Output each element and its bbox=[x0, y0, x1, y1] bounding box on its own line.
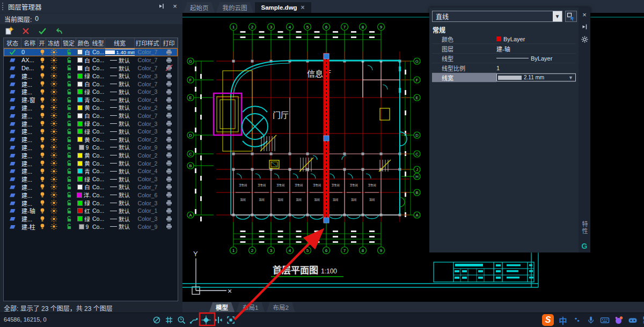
layer-plot-icon[interactable] bbox=[160, 159, 178, 167]
layer-lineweight[interactable]: 默认 bbox=[105, 151, 135, 159]
layer-lock-icon[interactable] bbox=[62, 167, 76, 175]
property-value[interactable]: ByLayer bbox=[496, 36, 576, 42]
layer-lock-icon[interactable] bbox=[62, 56, 76, 64]
microphone-icon[interactable] bbox=[586, 315, 596, 325]
layer-plot-icon[interactable] bbox=[160, 72, 178, 80]
layer-lock-icon[interactable] bbox=[62, 151, 76, 159]
layer-color[interactable]: 白 bbox=[76, 183, 91, 191]
layout-tab-布局1[interactable]: 布局1 bbox=[236, 302, 265, 312]
layer-lock-icon[interactable] bbox=[62, 199, 76, 207]
undo-icon[interactable] bbox=[54, 26, 64, 36]
layer-linetype[interactable]: Co... bbox=[91, 199, 105, 207]
layer-lineweight[interactable]: 默认 bbox=[105, 207, 135, 215]
layer-lineweight[interactable]: 默认 bbox=[105, 191, 135, 199]
layer-linetype[interactable]: Co... bbox=[91, 56, 105, 64]
layer-freeze-icon[interactable] bbox=[46, 88, 62, 96]
layer-row[interactable]: 建... 黄 Co... 默认 Color_2 bbox=[4, 136, 178, 144]
chevron-down-icon[interactable]: ▼ bbox=[553, 11, 562, 21]
layer-lineweight[interactable]: 默认 bbox=[105, 128, 135, 136]
layer-on-icon[interactable] bbox=[38, 223, 46, 231]
panel-grip-handle[interactable] bbox=[2, 3, 5, 10]
lineweight-toggle-icon[interactable] bbox=[214, 315, 223, 325]
layer-row[interactable]: 建... 青 Co... 默认 Color_4 bbox=[4, 167, 178, 175]
layer-on-icon[interactable] bbox=[38, 112, 46, 120]
column-header[interactable]: 锁定 bbox=[62, 38, 76, 48]
properties-side-tab[interactable]: 特性 bbox=[580, 221, 589, 235]
layer-freeze-icon[interactable] bbox=[46, 191, 62, 199]
layout-tab-模型[interactable]: 模型 bbox=[209, 302, 235, 312]
layer-freeze-icon[interactable] bbox=[46, 167, 62, 175]
layer-color[interactable]: 白 bbox=[76, 80, 91, 88]
layer-freeze-icon[interactable] bbox=[46, 96, 62, 104]
layer-plot-icon[interactable] bbox=[160, 191, 178, 199]
layer-lineweight[interactable]: 默认 bbox=[105, 104, 135, 112]
column-header[interactable]: 线宽 bbox=[105, 38, 135, 48]
layer-lock-icon[interactable] bbox=[62, 120, 76, 128]
layer-plot-icon[interactable] bbox=[160, 223, 178, 231]
property-value[interactable]: 2.11 mm▼ bbox=[496, 73, 576, 81]
grid-toggle-icon[interactable] bbox=[164, 315, 174, 325]
layer-lineweight[interactable]: 默认 bbox=[105, 223, 135, 231]
layer-row[interactable]: 建... 黄 Co... 默认 Color_2 bbox=[4, 159, 178, 167]
layer-row[interactable]: 建... 白 Co... 默认 Color_7 bbox=[4, 183, 178, 191]
column-header[interactable]: 打印样式 bbox=[135, 38, 160, 48]
layer-lock-icon[interactable] bbox=[62, 112, 76, 120]
layer-color[interactable]: 白 bbox=[76, 112, 91, 120]
layer-linetype[interactable]: Co... bbox=[91, 88, 105, 96]
layer-linetype[interactable]: Co... bbox=[91, 183, 105, 191]
layer-plot-icon[interactable] bbox=[160, 151, 178, 159]
layer-color[interactable]: 绿 bbox=[76, 175, 91, 183]
layer-plot-icon[interactable] bbox=[160, 64, 178, 72]
layer-linetype[interactable]: Co... bbox=[91, 223, 105, 231]
grip-handle-bottom[interactable] bbox=[324, 218, 329, 223]
layer-color[interactable]: 绿 bbox=[76, 88, 91, 96]
layer-lock-icon[interactable] bbox=[62, 136, 76, 144]
layer-row[interactable]: 建-轴 红 Co... 默认 Color_1 bbox=[4, 207, 178, 215]
layer-color[interactable]: 洋. bbox=[76, 191, 91, 199]
layer-linetype[interactable]: Co... bbox=[91, 215, 105, 223]
layer-row[interactable]: 建... 绿 Co... 默认 Color_3 bbox=[4, 72, 178, 80]
layer-freeze-icon[interactable] bbox=[46, 104, 62, 112]
layer-color[interactable]: 绿 bbox=[76, 128, 91, 136]
layer-linetype[interactable]: Co... bbox=[91, 72, 105, 80]
layer-plot-icon[interactable] bbox=[160, 104, 178, 112]
selection-cycling-toggle-icon[interactable] bbox=[226, 315, 236, 325]
layer-lock-icon[interactable] bbox=[62, 159, 76, 167]
layer-row[interactable]: 建-窗 青 Co... 默认 Color_4 bbox=[4, 96, 178, 104]
layer-on-icon[interactable] bbox=[38, 80, 46, 88]
layer-freeze-icon[interactable] bbox=[46, 175, 62, 183]
osnap-toggle-icon[interactable] bbox=[201, 315, 211, 325]
layer-freeze-icon[interactable] bbox=[46, 159, 62, 167]
layer-freeze-icon[interactable] bbox=[46, 199, 62, 207]
layer-freeze-icon[interactable] bbox=[46, 72, 62, 80]
layer-lineweight[interactable]: 默认 bbox=[105, 64, 135, 72]
refresh-toggle-icon[interactable] bbox=[152, 315, 162, 325]
layer-on-icon[interactable] bbox=[38, 207, 46, 215]
layer-linetype[interactable]: Co... bbox=[91, 80, 105, 88]
layer-row[interactable]: 建... 绿 Co... 默认 Color_3 bbox=[4, 175, 178, 183]
grip-handle-top[interactable] bbox=[324, 54, 329, 59]
layer-color[interactable]: 黄 bbox=[76, 104, 91, 112]
layer-row[interactable]: 建-柱 9 Co... 默认 Color_9 bbox=[4, 223, 178, 231]
layer-lineweight[interactable]: 默认 bbox=[105, 120, 135, 128]
game-icon[interactable] bbox=[628, 315, 638, 325]
layer-on-icon[interactable] bbox=[38, 167, 46, 175]
layer-row[interactable]: 建... 绿 Co... 默认 Color_3 bbox=[4, 199, 178, 207]
keyboard-icon[interactable] bbox=[600, 315, 610, 325]
layer-plot-icon[interactable] bbox=[160, 88, 178, 96]
skin-icon[interactable] bbox=[614, 315, 624, 325]
set-current-layer-icon[interactable] bbox=[38, 26, 47, 36]
column-header[interactable]: 开 bbox=[38, 38, 46, 48]
layer-plot-icon[interactable] bbox=[160, 175, 178, 183]
layer-lock-icon[interactable] bbox=[62, 48, 76, 56]
property-row[interactable]: 线宽 2.11 mm▼ bbox=[432, 73, 576, 83]
layer-row[interactable]: 建... 白 Co... 默认 Color_7 bbox=[4, 112, 178, 120]
layout-tab-布局2[interactable]: 布局2 bbox=[266, 302, 295, 312]
layer-linetype[interactable]: Co... bbox=[91, 64, 105, 72]
layer-plot-icon[interactable] bbox=[160, 167, 178, 175]
layer-on-icon[interactable] bbox=[38, 104, 46, 112]
layer-row[interactable]: AX... 白 Co... 默认 Color_7 bbox=[4, 56, 178, 64]
layer-on-icon[interactable] bbox=[38, 56, 46, 64]
layer-lineweight[interactable]: 默认 bbox=[105, 136, 135, 144]
layer-on-icon[interactable] bbox=[38, 151, 46, 159]
